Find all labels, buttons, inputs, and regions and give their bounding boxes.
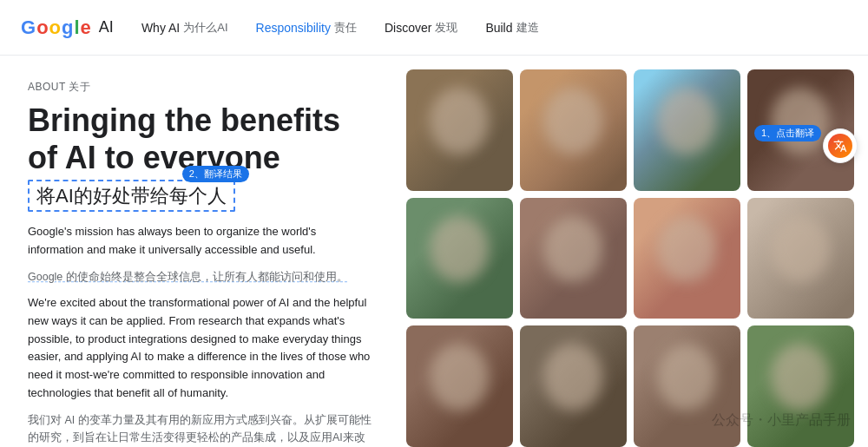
nav-build-zh: 建造: [516, 20, 539, 36]
nav-why-ai-en: Why AI: [141, 21, 180, 35]
about-en: ABOUT: [28, 81, 66, 93]
photo-7: [634, 198, 740, 319]
photo-9: [406, 325, 513, 447]
nav-item-build[interactable]: Build 建造: [485, 20, 538, 36]
body1-zh: Google 的使命始终是整合全球信息，让所有人都能访问和使用。: [28, 268, 372, 286]
left-panel: ABOUT 关于 Bringing the benefitsof AI to e…: [0, 56, 399, 447]
photo-3: [634, 69, 740, 191]
photo-6: [520, 198, 627, 319]
main-content: ABOUT 关于 Bringing the benefitsof AI to e…: [0, 56, 868, 447]
nav-discover-zh: 发现: [435, 20, 457, 36]
translation-container: 将AI的好处带给每个人 2、翻译结果: [28, 183, 235, 209]
about-zh: 关于: [69, 81, 90, 93]
photo-1: [406, 69, 513, 191]
photo-12: [747, 325, 854, 447]
about-label: ABOUT 关于: [28, 80, 372, 95]
nav-item-responsibility[interactable]: Responsibility 责任: [256, 20, 357, 36]
photo-10: [520, 325, 627, 447]
nav-responsibility-en: Responsibility: [256, 21, 331, 35]
google-wordmark: Google: [21, 16, 90, 39]
body1-en: Google's mission has always been to orga…: [28, 223, 372, 260]
translate-button[interactable]: [823, 128, 858, 163]
photo-2: [520, 69, 627, 191]
translated-heading: 将AI的好处带给每个人: [28, 180, 235, 212]
body2-zh: 我们对 AI 的变革力量及其有用的新应用方式感到兴奋。从扩展可能性的研究，到旨在…: [28, 411, 372, 447]
ai-label: AI: [99, 18, 114, 36]
translation-badge: 2、翻译结果: [182, 166, 249, 182]
nav-item-why-ai[interactable]: Why AI 为什么AI: [141, 20, 228, 36]
translate-icon: [828, 134, 852, 158]
photo-grid: [399, 56, 868, 447]
photo-8: [747, 198, 854, 319]
nav-responsibility-zh: 责任: [334, 20, 357, 36]
nav-build-en: Build: [485, 21, 512, 35]
click-translate-label: 1、点击翻译: [754, 125, 821, 141]
logo[interactable]: Google AI: [21, 16, 114, 39]
photo-5: [406, 198, 513, 319]
body2-en: We're excited about the transformational…: [28, 294, 372, 403]
nav-discover-en: Discover: [385, 21, 431, 35]
nav-links: Why AI 为什么AI Responsibility 责任 Discover …: [141, 20, 539, 36]
navigation: Google AI Why AI 为什么AI Responsibility 责任…: [0, 0, 868, 56]
nav-item-discover[interactable]: Discover 发现: [385, 20, 457, 36]
nav-why-ai-zh: 为什么AI: [183, 20, 227, 36]
photo-11: [634, 325, 740, 447]
